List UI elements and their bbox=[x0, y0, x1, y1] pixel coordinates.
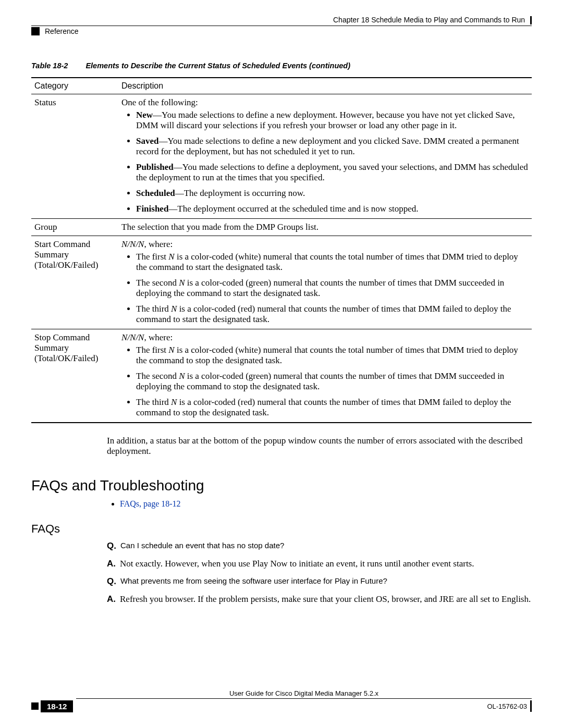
col-header-category: Category bbox=[31, 78, 118, 94]
status-intro: One of the following: bbox=[121, 97, 198, 107]
cell-start-desc: N/N/N, where: The first N is a color-cod… bbox=[118, 236, 532, 329]
start-third-pre: The third bbox=[136, 304, 171, 314]
list-item: The third N is a color-coded (red) numer… bbox=[136, 397, 529, 418]
footer-bar-icon bbox=[530, 700, 532, 712]
heading-faqs-troubleshooting: FAQs and Troubleshooting bbox=[31, 477, 532, 494]
q-label: Q. bbox=[107, 541, 116, 551]
cell-start-cat: Start Command Summary (Total/OK/Failed) bbox=[31, 236, 118, 329]
qa-a1: A. Not exactly. However, when you use Pl… bbox=[107, 559, 532, 569]
table-caption-title: Elements to Describe the Current Status … bbox=[85, 61, 350, 70]
n-ital: N bbox=[171, 397, 177, 407]
stop-list: The first N is a color-coded (white) num… bbox=[121, 345, 529, 418]
q1-text: Can I schedule an event that has no stop… bbox=[120, 541, 284, 551]
status-published-text: —You made selections to define a deploym… bbox=[136, 162, 528, 182]
status-new-label: New bbox=[136, 110, 153, 120]
stop-second-pre: The second bbox=[136, 371, 179, 381]
status-finished-text: —The deployment occurred at the schedule… bbox=[168, 204, 418, 214]
square-icon bbox=[31, 702, 39, 710]
a1-text: Not exactly. However, when you use Play … bbox=[120, 559, 474, 569]
table-row-group: Group The selection that you made from t… bbox=[31, 219, 532, 236]
list-item: Finished—The deployment occurred at the … bbox=[136, 204, 529, 214]
link-faqs[interactable]: FAQs, page 18-12 bbox=[120, 499, 181, 508]
status-scheduled-label: Scheduled bbox=[136, 188, 175, 198]
cell-group-cat: Group bbox=[31, 219, 118, 236]
a-label: A. bbox=[107, 594, 116, 604]
table-caption-label: Table 18-2 bbox=[31, 61, 68, 70]
qa-block: Q. Can I schedule an event that has no s… bbox=[107, 541, 532, 604]
list-item: Saved—You made selections to define a ne… bbox=[136, 136, 529, 157]
n-ital: N bbox=[179, 371, 185, 381]
stop-third-pre: The third bbox=[136, 397, 171, 407]
cell-status-cat: Status bbox=[31, 94, 118, 219]
start-first-pre: The first bbox=[136, 252, 168, 262]
start-first-post: is a color-coded (white) numeral that co… bbox=[136, 252, 518, 272]
list-item: New—You made selections to define a new … bbox=[136, 110, 529, 131]
list-item: Published—You made selections to define … bbox=[136, 162, 529, 183]
cell-group-desc: The selection that you made from the DMP… bbox=[118, 219, 532, 236]
list-item: FAQs, page 18-12 bbox=[120, 499, 532, 509]
header-section-text: Reference bbox=[45, 27, 79, 35]
stop-second-post: is a color-coded (green) numeral that co… bbox=[136, 371, 504, 391]
table-caption: Table 18-2 Elements to Describe the Curr… bbox=[31, 61, 532, 70]
stop-first-post: is a color-coded (white) numeral that co… bbox=[136, 345, 518, 365]
status-list: New—You made selections to define a new … bbox=[121, 110, 529, 214]
footer-title: User Guide for Cisco Digital Media Manag… bbox=[76, 688, 532, 699]
list-item: Scheduled—The deployment is occurring no… bbox=[136, 188, 529, 199]
header-bar-icon bbox=[530, 16, 532, 24]
qa-q2: Q. What prevents me from seeing the soft… bbox=[107, 576, 532, 587]
table-row-start: Start Command Summary (Total/OK/Failed) … bbox=[31, 236, 532, 329]
status-scheduled-text: —The deployment is occurring now. bbox=[175, 188, 305, 198]
footer-bottom: 18-12 OL-15762-03 bbox=[31, 700, 532, 712]
status-finished-label: Finished bbox=[136, 204, 168, 214]
heading-faqs: FAQs bbox=[31, 522, 532, 536]
para-after-table: In addition, a status bar at the bottom … bbox=[107, 436, 532, 456]
footer: User Guide for Cisco Digital Media Manag… bbox=[31, 688, 532, 712]
q-label: Q. bbox=[107, 576, 116, 587]
list-item: The third N is a color-coded (red) numer… bbox=[136, 304, 529, 325]
qa-q1: Q. Can I schedule an event that has no s… bbox=[107, 541, 532, 551]
status-table: Category Description Status One of the f… bbox=[31, 77, 532, 423]
footer-page-number: 18-12 bbox=[41, 700, 73, 712]
status-published-label: Published bbox=[136, 162, 174, 172]
table-row-status: Status One of the following: New—You mad… bbox=[31, 94, 532, 219]
list-item: The first N is a color-coded (white) num… bbox=[136, 345, 529, 366]
start-pattern: N/N/N bbox=[121, 239, 144, 249]
status-saved-label: Saved bbox=[136, 136, 158, 146]
n-ital: N bbox=[179, 278, 185, 288]
qa-a2: A. Refresh you browser. If the problem p… bbox=[107, 594, 532, 604]
footer-docid: OL-15762-03 bbox=[487, 702, 527, 710]
start-second-pre: The second bbox=[136, 278, 179, 288]
header-chapter: Chapter 18 Schedule Media to Play and Co… bbox=[31, 16, 532, 26]
stop-suffix: , where: bbox=[144, 332, 173, 342]
a2-text: Refresh you browser. If the problem pers… bbox=[120, 594, 531, 604]
n-ital: N bbox=[168, 345, 174, 355]
a-label: A. bbox=[107, 559, 116, 569]
start-third-post: is a color-coded (red) numeral that coun… bbox=[136, 304, 511, 324]
section-link-list: FAQs, page 18-12 bbox=[31, 499, 532, 509]
q2-text: What prevents me from seeing the softwar… bbox=[120, 576, 387, 587]
col-header-description: Description bbox=[118, 78, 532, 94]
table-row-stop: Stop Command Summary (Total/OK/Failed) N… bbox=[31, 329, 532, 423]
list-item: The second N is a color-coded (green) nu… bbox=[136, 371, 529, 392]
cell-status-desc: One of the following: New—You made selec… bbox=[118, 94, 532, 219]
header-rule bbox=[31, 26, 532, 26]
square-icon bbox=[31, 27, 40, 35]
list-item: The first N is a color-coded (white) num… bbox=[136, 252, 529, 273]
start-list: The first N is a color-coded (white) num… bbox=[121, 252, 529, 325]
cell-stop-cat: Stop Command Summary (Total/OK/Failed) bbox=[31, 329, 118, 423]
header-chapter-text: Chapter 18 Schedule Media to Play and Co… bbox=[333, 16, 525, 24]
start-suffix: , where: bbox=[144, 239, 173, 249]
header-section-row: Reference bbox=[31, 27, 532, 35]
footer-right: OL-15762-03 bbox=[487, 700, 532, 712]
start-second-post: is a color-coded (green) numeral that co… bbox=[136, 278, 504, 298]
footer-left: 18-12 bbox=[31, 700, 73, 712]
stop-pattern: N/N/N bbox=[121, 332, 144, 342]
status-saved-text: —You made selections to define a new dep… bbox=[136, 136, 519, 156]
n-ital: N bbox=[168, 252, 174, 262]
stop-first-pre: The first bbox=[136, 345, 168, 355]
cell-stop-desc: N/N/N, where: The first N is a color-cod… bbox=[118, 329, 532, 423]
status-new-text: —You made selections to define a new dep… bbox=[136, 110, 515, 130]
list-item: The second N is a color-coded (green) nu… bbox=[136, 278, 529, 299]
stop-third-post: is a color-coded (red) numeral that coun… bbox=[136, 397, 511, 417]
n-ital: N bbox=[171, 304, 177, 314]
